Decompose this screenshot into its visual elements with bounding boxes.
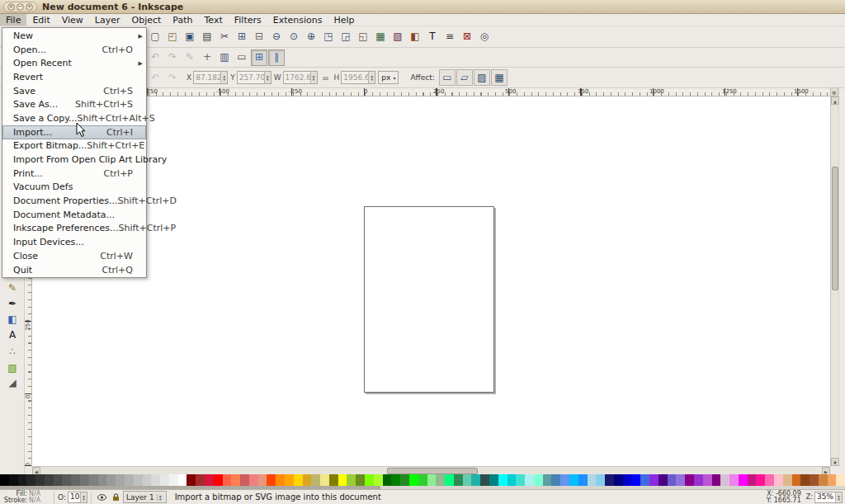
preferences-icon[interactable]: ◎ bbox=[476, 29, 493, 45]
affect-move-gradients-toggle[interactable]: ▨ bbox=[474, 69, 490, 86]
xml-editor-icon[interactable]: ⊠ bbox=[459, 29, 475, 45]
palette-swatch[interactable] bbox=[640, 474, 649, 486]
palette-swatch[interactable] bbox=[631, 474, 640, 486]
menubar-item[interactable]: Extensions bbox=[267, 14, 328, 26]
text-dialog-icon[interactable]: T bbox=[424, 29, 441, 45]
close-button[interactable]: × bbox=[7, 3, 15, 11]
palette-swatch[interactable] bbox=[819, 474, 828, 486]
palette-swatch[interactable] bbox=[186, 474, 196, 486]
palette-swatch[interactable] bbox=[223, 474, 232, 486]
palette-swatch[interactable] bbox=[828, 474, 837, 486]
ungroup-icon[interactable]: ▧ bbox=[389, 29, 406, 45]
palette-swatch[interactable] bbox=[729, 474, 739, 486]
rotate-ccw-button[interactable]: ↶ bbox=[147, 69, 163, 86]
fill-stroke-indicator[interactable]: Fill:N/A Stroke:N/A bbox=[2, 491, 47, 504]
palette-swatch[interactable] bbox=[214, 474, 223, 486]
gradient-tool-icon[interactable]: ▧ bbox=[3, 360, 21, 375]
palette-swatch[interactable] bbox=[391, 474, 400, 486]
grid-toggle-icon[interactable]: ⊞ bbox=[251, 49, 267, 66]
spinner[interactable]: ▴▾ bbox=[220, 72, 227, 83]
menubar-item[interactable]: Text bbox=[199, 14, 229, 26]
palette-swatch[interactable] bbox=[471, 474, 480, 486]
palette-swatch[interactable] bbox=[712, 474, 721, 486]
file-menu-item[interactable]: Input Devices... ▶ bbox=[2, 235, 146, 249]
opacity-input[interactable]: 100 ▴▾ bbox=[68, 492, 87, 503]
palette-swatch[interactable] bbox=[356, 474, 365, 486]
palette-swatch[interactable] bbox=[783, 474, 792, 486]
palette-swatch[interactable] bbox=[35, 474, 45, 486]
palette-swatch[interactable] bbox=[400, 474, 409, 486]
align-dialog-icon[interactable]: ≡ bbox=[441, 29, 458, 45]
scroll-down-arrow[interactable]: ▼ bbox=[831, 458, 839, 466]
zoom-corner-icon[interactable]: ⊕ bbox=[830, 87, 838, 97]
palette-swatch[interactable] bbox=[178, 474, 187, 486]
palette-swatch[interactable] bbox=[836, 474, 845, 486]
palette-swatch[interactable] bbox=[294, 474, 303, 486]
palette-swatch[interactable] bbox=[765, 474, 774, 486]
palette-swatch[interactable] bbox=[588, 474, 597, 486]
minimize-button[interactable]: − bbox=[17, 3, 24, 11]
menubar-item[interactable]: Edit bbox=[26, 14, 55, 26]
layer-visibility-eye-icon[interactable] bbox=[96, 491, 108, 503]
palette-swatch[interactable] bbox=[71, 474, 80, 486]
palette-swatch[interactable] bbox=[62, 474, 71, 486]
palette-swatch[interactable] bbox=[249, 474, 258, 486]
new-document-icon[interactable]: ▢ bbox=[147, 29, 163, 45]
palette-swatch[interactable] bbox=[668, 474, 677, 486]
palette-swatch[interactable] bbox=[98, 474, 107, 486]
palette-swatch[interactable] bbox=[311, 474, 320, 486]
horizontal-ruler[interactable]: -1000-750-500-2500250500750100012501500 bbox=[32, 88, 830, 97]
file-menu-item[interactable]: Vacuum Defs ▶ bbox=[2, 181, 146, 195]
redo-icon[interactable]: ↷ bbox=[164, 49, 181, 66]
palette-swatch[interactable] bbox=[649, 474, 659, 486]
affect-move-patterns-toggle[interactable]: ▦ bbox=[491, 69, 507, 86]
palette-swatch[interactable] bbox=[18, 474, 27, 486]
palette-swatch[interactable] bbox=[240, 474, 249, 486]
palette-swatch[interactable] bbox=[285, 474, 294, 486]
palette-swatch[interactable] bbox=[418, 474, 427, 486]
spinner[interactable]: ▴▾ bbox=[264, 72, 271, 83]
palette-swatch[interactable] bbox=[80, 474, 89, 486]
palette-swatch[interactable] bbox=[498, 474, 507, 486]
fill-stroke-dialog-icon[interactable]: ◧ bbox=[407, 29, 423, 45]
edit-pen-icon[interactable]: ✎ bbox=[182, 49, 198, 66]
palette-swatch[interactable] bbox=[267, 474, 276, 486]
palette-swatch[interactable] bbox=[551, 474, 560, 486]
palette-swatch[interactable] bbox=[427, 474, 437, 486]
palette-swatch[interactable] bbox=[116, 474, 125, 486]
import-image-icon[interactable]: ▥ bbox=[216, 49, 233, 66]
print-document-icon[interactable]: ▤ bbox=[199, 29, 215, 45]
palette-swatch[interactable] bbox=[694, 474, 703, 486]
palette-swatch[interactable] bbox=[489, 474, 498, 486]
undo-icon[interactable]: ↶ bbox=[147, 49, 163, 66]
horizontal-scroll-thumb[interactable] bbox=[387, 468, 478, 474]
spinner[interactable]: ▴▾ bbox=[80, 492, 87, 502]
palette-swatch[interactable] bbox=[26, 474, 35, 486]
menubar-item[interactable]: File bbox=[0, 14, 26, 26]
paint-bucket-tool-icon[interactable]: ◧ bbox=[3, 312, 21, 327]
palette-swatch[interactable] bbox=[106, 474, 116, 486]
file-menu-item[interactable]: Revert ▶ bbox=[2, 70, 146, 84]
palette-swatch[interactable] bbox=[756, 474, 765, 486]
menubar-item[interactable]: Path bbox=[167, 14, 198, 26]
zoom-in-icon[interactable]: ⊕ bbox=[303, 29, 319, 45]
field-input[interactable]: 1956.67 ▴▾ bbox=[341, 71, 375, 84]
paste-icon[interactable]: ⊟ bbox=[251, 29, 267, 45]
document-page[interactable] bbox=[364, 206, 494, 393]
palette-swatch[interactable] bbox=[89, 474, 98, 486]
menubar-item[interactable]: Filters bbox=[229, 14, 267, 26]
palette-swatch[interactable] bbox=[125, 474, 134, 486]
palette-swatch[interactable] bbox=[578, 474, 588, 486]
menubar-item[interactable]: Object bbox=[126, 14, 168, 26]
vertical-scroll-thumb[interactable] bbox=[832, 167, 838, 290]
palette-swatch[interactable] bbox=[160, 474, 169, 486]
field-input[interactable]: 257.706 ▴▾ bbox=[237, 71, 271, 84]
dropper-tool-icon[interactable]: ◢ bbox=[3, 375, 21, 390]
palette-swatch[interactable] bbox=[143, 474, 152, 486]
add-node-icon[interactable]: + bbox=[199, 49, 215, 66]
palette-swatch[interactable] bbox=[409, 474, 418, 486]
palette-swatch[interactable] bbox=[703, 474, 712, 486]
file-menu-item[interactable]: Document Properties... Shift+Ctrl+D ▶ bbox=[2, 194, 146, 208]
palette-swatch[interactable] bbox=[196, 474, 205, 486]
palette-swatch[interactable] bbox=[329, 474, 338, 486]
